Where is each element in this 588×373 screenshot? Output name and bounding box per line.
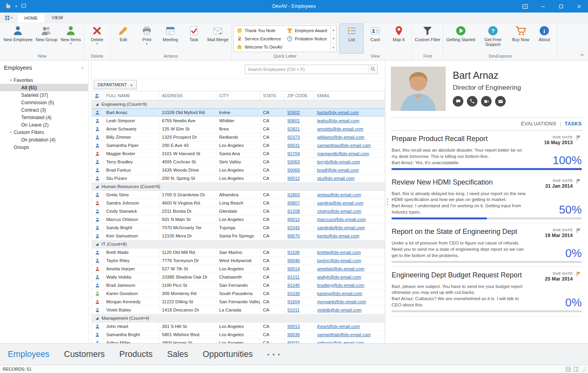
employee-row-bart-arnaz[interactable]: Bart Arnaz 13109 Old Myford Rd Irvine CA… <box>92 109 385 117</box>
map-it-button[interactable]: Map It <box>387 24 410 53</box>
panel-splitter[interactable] <box>385 60 389 343</box>
meeting-button[interactable]: Meeting <box>159 24 182 53</box>
zip-link[interactable]: 90046 <box>287 258 300 263</box>
gallery-expand-button[interactable]: ▼ <box>330 43 336 52</box>
custom-filter-button[interactable]: Custom Filter <box>413 24 442 53</box>
tab-evaluations[interactable]: EVALUATIONS <box>521 121 556 127</box>
employee-row-samantha-bright[interactable]: Samantha Bright 5801 Wilshire Blvd. Los … <box>92 331 385 339</box>
employee-row-sandy-bright[interactable]: Sandy Bright 7570 McGroarty Ter Tujunga … <box>92 224 385 232</box>
sidebar-item-terminated-4[interactable]: Terminated (4) <box>0 114 88 121</box>
group-row-management-count-4[interactable]: Management (Count=4) <box>92 314 385 322</box>
maximize-button[interactable] <box>552 0 570 13</box>
video-call-button[interactable] <box>481 96 492 107</box>
gallery-down-button[interactable]: ▼ <box>330 34 336 43</box>
sidebar-item-contract-3[interactable]: Contract (3) <box>0 106 88 114</box>
email-link[interactable]: taylorr@dx-email.com <box>317 258 361 263</box>
zip-link[interactable]: 91011 <box>287 308 299 312</box>
zip-link[interactable]: 92821 <box>287 127 300 131</box>
task-button[interactable]: Task <box>182 24 206 53</box>
email-link[interactable]: morgank@dx-email.com <box>317 299 366 304</box>
employee-row-brad-jameson[interactable]: Brad Jameson 1100 Pico St San Fernando C… <box>92 281 385 290</box>
gallery-item-probation-notice[interactable]: Probation Notice <box>285 35 329 43</box>
email-link[interactable]: sandraj@dx-email.com <box>317 201 363 205</box>
email-link[interactable]: kents@dx-email.com <box>317 234 359 238</box>
employee-row-leah-simpson[interactable]: Leah Simpson 6755 Newlin Ave Whittier CA… <box>92 117 385 125</box>
employee-row-cindy-stanwick[interactable]: Cindy Stanwick 2211 Bonita Dr. Glendale … <box>92 207 385 215</box>
list-button[interactable]: List <box>340 24 363 53</box>
nav-item-opportunities[interactable]: Opportunities <box>203 349 253 359</box>
ribbon-display-options-button[interactable] <box>516 0 534 13</box>
ribbon-tab-home[interactable]: HOME <box>17 13 45 23</box>
search-button[interactable] <box>368 65 377 74</box>
app-logo-icon[interactable] <box>5 2 11 11</box>
nav-item-customers[interactable]: Customers <box>64 349 105 359</box>
zip-link[interactable]: 92704 <box>287 151 300 156</box>
employee-row-ken-samuelson[interactable]: Ken Samuelson 12100 Mora Dr Santa Fe Spr… <box>92 232 385 240</box>
zip-link[interactable]: 90807 <box>287 201 300 205</box>
about-button[interactable]: iAbout <box>532 24 556 53</box>
employee-row-brad-farkus[interactable]: Brad Farkus 1635 Woods Drive Los Angeles… <box>92 166 385 174</box>
nav-item-sales[interactable]: Sales <box>167 349 188 359</box>
zip-link[interactable]: 91030 <box>287 291 300 296</box>
column-header-email[interactable]: EMAIL <box>314 91 385 100</box>
zip-link[interactable]: 90031 <box>287 143 300 148</box>
getting-started-button[interactable]: Getting Started <box>445 24 477 53</box>
layout-split-view-icon[interactable] <box>573 367 579 372</box>
employee-row-arnie-schwartz[interactable]: Arnie Schwartz 125 W Elm St Brea CA 9282… <box>92 125 385 133</box>
zip-link[interactable]: 91340 <box>287 283 300 288</box>
email-link[interactable]: stu@dx-email.com <box>317 176 354 181</box>
delete-button[interactable]: Delete▾ <box>85 24 109 53</box>
employee-row-wally-hobbs[interactable]: Wally Hobbs 10385 Shadow Oak Dr Chatswor… <box>92 273 385 281</box>
qat-customize-icon[interactable] <box>21 3 26 10</box>
new-group-button[interactable]: New Group <box>34 24 59 53</box>
new-employee-button[interactable]: New Employee <box>2 24 34 53</box>
email-link[interactable]: samanthap@dx-email.com <box>317 143 371 148</box>
employee-row-marcus-orbison[interactable]: Marcus Orbison 501 N Main St Los Angeles… <box>92 215 385 224</box>
employee-row-violet-bailey[interactable]: Violet Bailey 1418 Descanso Dr La Canada… <box>92 306 385 314</box>
email-link[interactable]: violetb@dx-email.com <box>317 308 361 312</box>
zip-link[interactable]: 90031 <box>287 340 300 343</box>
zip-link[interactable]: 90069 <box>287 168 300 172</box>
buy-now-button[interactable]: Buy Now <box>509 24 532 53</box>
collapse-ribbon-button[interactable] <box>580 51 584 58</box>
group-row-engineering-count-9[interactable]: Engineering (Count=9) <box>92 100 385 109</box>
zip-link[interactable]: 90014 <box>287 266 300 271</box>
email-link[interactable]: ameliah@dx-email.com <box>317 266 364 271</box>
groupby-department-chip[interactable]: DEPARTMENT ▲ <box>94 80 137 89</box>
print-button[interactable]: Print▾ <box>135 24 159 53</box>
column-header-address[interactable]: ADDRESS <box>159 91 216 100</box>
email-link[interactable]: bradf@dx-email.com <box>317 168 359 172</box>
ribbon-tab-view[interactable]: VIEW <box>45 13 70 23</box>
employee-row-morgan-kennedy[interactable]: Morgan Kennedy 11222 Dilling St San Fern… <box>92 298 385 306</box>
column-header-state[interactable]: STATE <box>260 91 285 100</box>
employee-row-brett-wade[interactable]: Brett Wade 1120 Old Mill Rd. San Marino … <box>92 248 385 257</box>
card-button[interactable]: Card <box>363 24 387 53</box>
employee-row-samantha-piper[interactable]: Samantha Piper 200 E Ave 43 Los Angeles … <box>92 141 385 150</box>
column-header-zip-code[interactable]: ZIP CODE <box>285 91 314 100</box>
sidebar-item-on-leave-2[interactable]: On Leave (2) <box>0 121 88 129</box>
zip-link[interactable]: 91311 <box>287 275 299 279</box>
app-menu-button[interactable]: ▾ <box>0 13 17 23</box>
sidebar-item-salaried-37[interactable]: Salaried (37) <box>0 91 88 99</box>
zip-link[interactable]: 90013 <box>287 324 300 329</box>
task-card-prepare-product-recall-report[interactable]: Prepare Product Recall Report DUE DATE 1… <box>391 130 583 174</box>
group-row-it-count-8[interactable]: IT (Count=8) <box>92 240 385 248</box>
employee-row-john-heart[interactable]: John Heart 351 S Hill St. Los Angeles CA… <box>92 322 385 331</box>
email-link[interactable]: leahs@dx-email.com <box>317 118 359 123</box>
employee-row-stu-pizaro[interactable]: Stu Pizaro 200 N. Spring St Los Angeles … <box>92 174 385 183</box>
employee-row-maggie-boxter[interactable]: Maggie Boxter 3101 W Harvard St Santa An… <box>92 150 385 158</box>
edit-button[interactable]: Edit <box>112 24 135 53</box>
gallery-item-service-excellence[interactable]: Service Excellence <box>234 35 285 43</box>
gallery-up-button[interactable]: ▲ <box>330 26 336 34</box>
email-link[interactable]: cindys@dx-email.com <box>317 209 361 214</box>
email-link[interactable]: terryb@dx-email.com <box>317 159 360 164</box>
email-link[interactable]: marcuso@dx-email.com <box>317 217 366 222</box>
sidebar-item-on-probation-4[interactable]: On probation (4) <box>0 136 88 143</box>
gallery-item-employee-award[interactable]: Employee Award <box>285 27 329 35</box>
zip-link[interactable]: 91803 <box>287 192 300 197</box>
tab-tasks[interactable]: TASKS <box>565 121 582 127</box>
email-link[interactable]: gretas@dx-email.com <box>317 192 361 197</box>
chat-button[interactable] <box>453 96 463 107</box>
task-card-report-on-the-state-of-engineering-dept[interactable]: Report on the State of Engineering Dept … <box>391 223 583 267</box>
nav-item-products[interactable]: Products <box>119 349 152 359</box>
